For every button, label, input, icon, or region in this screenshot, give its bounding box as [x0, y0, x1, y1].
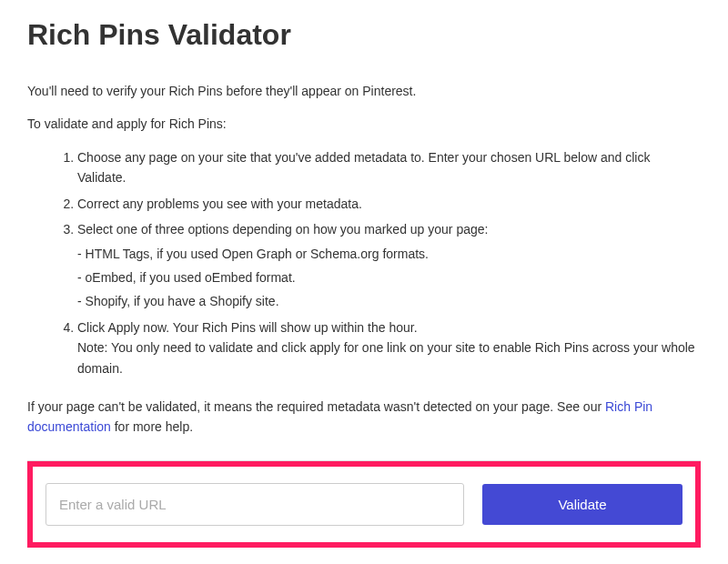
- page-title: Rich Pins Validator: [27, 18, 701, 52]
- step-3-sublist: - HTML Tags, if you used Open Graph or S…: [77, 244, 701, 312]
- validate-button[interactable]: Validate: [482, 484, 682, 525]
- step-3: Select one of three options depending on…: [77, 219, 701, 312]
- help-text: If your page can't be validated, it mean…: [27, 397, 701, 438]
- validate-form-container: Validate: [27, 461, 701, 548]
- step-3-sub-a: - HTML Tags, if you used Open Graph or S…: [77, 244, 701, 264]
- instructions-list: Choose any page on your site that you've…: [27, 147, 701, 378]
- step-2: Correct any problems you see with your m…: [77, 194, 701, 214]
- step-3-sub-c: - Shopify, if you have a Shopify site.: [77, 291, 701, 311]
- intro-text: You'll need to verify your Rich Pins bef…: [27, 84, 701, 98]
- help-prefix: If your page can't be validated, it mean…: [27, 399, 605, 414]
- step-4-note: Note: You only need to validate and clic…: [77, 340, 695, 375]
- instructions-label: To validate and apply for Rich Pins:: [27, 116, 701, 131]
- step-3-sub-b: - oEmbed, if you used oEmbed format.: [77, 267, 701, 287]
- url-input[interactable]: [46, 483, 464, 526]
- help-suffix: for more help.: [111, 419, 193, 434]
- step-1: Choose any page on your site that you've…: [77, 147, 701, 188]
- step-4: Click Apply now. Your Rich Pins will sho…: [77, 317, 701, 378]
- step-4-text: Click Apply now. Your Rich Pins will sho…: [77, 320, 418, 335]
- step-3-text: Select one of three options depending on…: [77, 222, 488, 237]
